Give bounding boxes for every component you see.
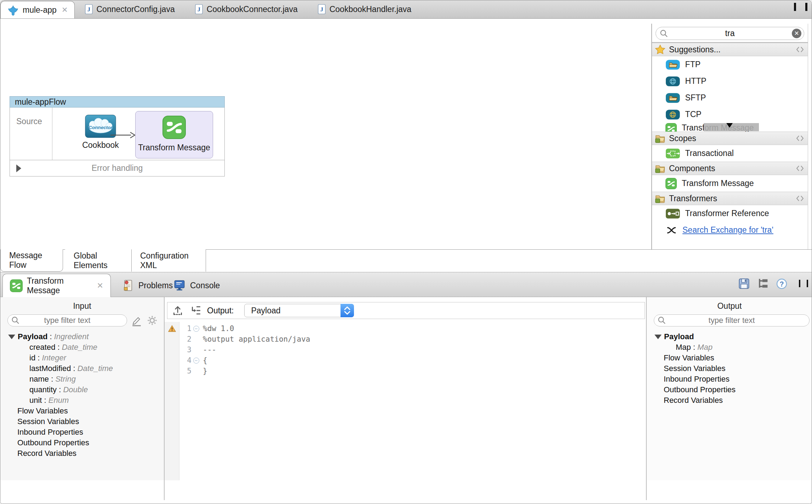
code-line-3[interactable]: 3--- [165,344,646,355]
tree-item-name: Record Variables [664,396,723,405]
tree-item-quantity[interactable]: quantity : Double [0,384,164,395]
export-icon[interactable] [172,305,184,317]
code-line-4[interactable]: 4−{ [165,355,646,366]
tree-item-flow-variables[interactable]: Flow Variables [647,353,812,363]
close-icon[interactable]: ✕ [97,281,103,290]
flow-canvas: mule-appFlow Source Connector Cookbook T… [0,19,812,272]
output-filter-input[interactable] [654,315,809,326]
flow-container[interactable]: mule-appFlow Source Connector Cookbook T… [10,96,225,176]
palette-item-http[interactable]: HTTP [652,73,808,89]
collapse-chevrons-icon[interactable] [796,164,804,173]
transform-icon [10,279,23,292]
tree-item-outbound-properties[interactable]: Outbound Properties [647,384,812,395]
palette-search-input[interactable] [656,27,804,40]
help-icon[interactable]: ? [776,278,788,290]
palette-item-transform-message[interactable]: Transform Message [652,175,808,192]
input-filter-input[interactable] [8,315,127,326]
palette-item-label: FTP [685,60,701,69]
editor-tab-cookbookconnector-java[interactable]: J CookbookConnector.java [185,0,308,18]
save-icon[interactable] [738,277,750,290]
tree-item-separator: : [55,343,62,352]
folder-icon [655,133,665,144]
minimize-icon[interactable] [794,4,796,10]
palette-item-tcp[interactable]: TCP [652,106,808,123]
collapse-chevrons-icon[interactable] [796,194,804,203]
palette-section-suggestions-[interactable]: Suggestions... [652,43,808,56]
flow-source-label: Source [10,108,52,160]
panel-divider[interactable] [164,297,165,500]
panel-tab-transform-message[interactable]: Transform Message✕ [2,274,111,297]
collapse-chevrons-icon[interactable] [796,45,804,54]
panel-divider[interactable] [646,297,647,500]
apply-to-list-icon[interactable] [189,305,201,317]
tree-item-separator: : [57,385,63,394]
tree-layout-icon[interactable] [757,277,770,290]
editor-tab-mule-app[interactable]: mule-app✕ [0,1,75,18]
clear-search-icon[interactable]: ✕ [792,29,801,38]
tree-item-id[interactable]: id : Integer [0,353,164,363]
palette-section-transformers[interactable]: Transformers [652,192,808,205]
tree-item-session-variables[interactable]: Session Variables [647,363,812,374]
output-filter-row [654,314,812,326]
panel-tab-console[interactable]: Console [166,274,227,297]
code-area[interactable]: 1−%dw 1.02%output application/java3---4−… [165,323,646,376]
tree-item-record-variables[interactable]: Record Variables [647,395,812,406]
code-fold-icon[interactable]: − [193,326,199,332]
tree-item-payload[interactable]: Payload [647,331,812,342]
code-fold-icon[interactable]: − [193,358,199,364]
tree-item-unit[interactable]: unit : Enum [0,395,164,406]
palette-item-ftp[interactable]: FTP [652,56,808,73]
tree-item-record-variables[interactable]: Record Variables [0,448,164,459]
tree-item-session-variables[interactable]: Session Variables [0,416,164,427]
palette-search-box: ✕ [656,27,804,40]
expander-triangle-icon[interactable] [654,335,662,339]
palette-section-components[interactable]: Components [652,162,808,175]
maximize-icon[interactable] [805,4,807,10]
tree-item-map[interactable]: Map : Map [647,342,812,353]
tree-item-separator: : [691,343,697,352]
view-tab-label: Message Flow [9,251,54,270]
tree-item-inbound-properties[interactable]: Inbound Properties [0,427,164,438]
error-handling-label: Error handling [92,163,143,173]
collapse-chevrons-icon[interactable] [796,134,804,143]
panel-maximize-icon[interactable] [807,280,808,287]
tree-item-inbound-properties[interactable]: Inbound Properties [647,374,812,384]
view-tab-label: Global Elements [74,251,123,270]
view-tab-configuration-xml[interactable]: Configuration XML [132,249,206,272]
palette-section-scopes[interactable]: Scopes [652,132,808,145]
expander-triangle-icon[interactable] [8,335,15,339]
close-icon[interactable]: ✕ [62,6,68,14]
view-tab-message-flow[interactable]: Message Flow [0,249,63,272]
panel-minimize-icon[interactable] [799,280,800,287]
code-line-1[interactable]: 1−%dw 1.0 [165,323,646,334]
output-title: Output [647,297,812,311]
error-handling-section[interactable]: Error handling [10,160,225,176]
palette-item-transactional[interactable]: Transactional [652,145,808,162]
editor-tab-label: CookbookHandler.java [330,5,411,14]
edit-sample-pencil-icon[interactable] [131,314,143,326]
code-line-2[interactable]: 2%output application/java [165,334,646,344]
editor-tab-cookbookhandler-java[interactable]: J CookbookHandler.java [308,0,421,18]
tree-item-name[interactable]: name : String [0,374,164,384]
palette-item-transformer-reference[interactable]: Transformer Reference [652,205,808,222]
palette-item-sftp[interactable]: SFTP [652,89,808,106]
expand-caret-icon[interactable] [16,164,21,172]
search-exchange-link[interactable]: Search Exchange for 'tra' [682,225,773,235]
editor-tab-connectorconfig-java[interactable]: J ConnectorConfig.java [75,0,185,18]
editor-tab-label: CookbookConnector.java [207,5,298,14]
transform-message-node[interactable]: Transform Message [135,111,213,158]
settings-gear-icon[interactable] [146,314,158,326]
tree-item-outbound-properties[interactable]: Outbound Properties [0,438,164,448]
panel-tab-label: Transform Message [27,276,91,295]
output-target-select[interactable]: Payload [244,304,354,317]
tree-item-payload[interactable]: Payload : Ingredient [0,331,164,342]
flow-title[interactable]: mule-appFlow [10,96,225,108]
tree-item-created[interactable]: created : Date_time [0,342,164,353]
tree-item-lastmodified[interactable]: lastModified : Date_time [0,363,164,374]
tree-item-flow-variables[interactable]: Flow Variables [0,406,164,416]
select-stepper-icon[interactable] [341,304,354,317]
palette-item-label: Transactional [685,149,734,158]
palette-item-transform-message[interactable]: Transform Message [652,123,808,132]
code-line-5[interactable]: 5} [165,366,646,376]
view-tab-global-elements[interactable]: Global Elements [65,249,132,272]
